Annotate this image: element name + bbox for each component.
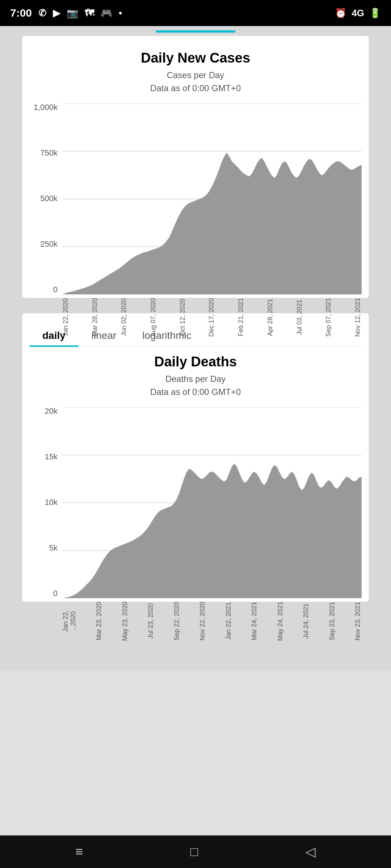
youtube-icon: ▶ <box>53 8 60 19</box>
camera-icon: 📷 <box>67 8 78 19</box>
status-left: 7:00 ✆ ▶ 📷 🗺 🎮 • <box>10 7 122 19</box>
chart2-area: 20k 15k 10k 5k 0 <box>29 407 362 574</box>
chart1-area: 1,000k 750k 500k 250k 0 <box>29 103 362 270</box>
chart2-svg <box>62 407 362 598</box>
y1-label-0: 1,000k <box>34 103 58 111</box>
x1-label-7: Apr 28, 2021 <box>266 297 274 337</box>
chart1-y-axis: 1,000k 750k 500k 250k 0 <box>29 103 62 294</box>
chart1-inner: 1,000k 750k 500k 250k 0 <box>29 103 362 294</box>
x2-label-6: Jan 22, 2021 <box>225 601 232 641</box>
status-bar: 7:00 ✆ ▶ 📷 🗺 🎮 • ⏰ 4G 🔋 <box>0 0 391 26</box>
page-content: Daily New Cases Cases per Day Data as of… <box>0 26 391 671</box>
x2-label-11: Nov 23, 2021 <box>354 601 362 641</box>
y2-label-2: 10k <box>45 498 58 506</box>
signal-icon: 4G <box>352 8 364 19</box>
chart1-svg <box>62 103 362 294</box>
x1-label-8: Jul 03, 2021 <box>296 297 303 337</box>
tab-logarithmic[interactable]: logarithmic <box>129 324 204 346</box>
x2-label-8: May 24, 2021 <box>277 601 284 641</box>
battery-icon: 🔋 <box>369 8 381 19</box>
y2-label-1: 15k <box>45 453 58 461</box>
status-time: 7:00 <box>10 7 32 19</box>
y1-label-4: 0 <box>53 286 58 294</box>
dot-indicator: • <box>119 8 122 19</box>
svg-marker-11 <box>62 464 362 599</box>
status-right: ⏰ 4G 🔋 <box>335 8 381 19</box>
tab-linear[interactable]: linear <box>79 324 129 346</box>
chart1-subtitle: Cases per Day Data as of 0:00 GMT+0 <box>29 69 362 95</box>
chart2-plot <box>62 407 362 598</box>
chart2-x-axis: Jan 22, ...2020 Mar 23, 2020 May 23, 202… <box>29 598 362 641</box>
x2-label-4: Sep 22, 2020 <box>173 601 181 641</box>
x1-label-5: Dec 17, 2020 <box>208 297 215 337</box>
menu-button[interactable]: ≡ <box>75 844 83 859</box>
chart2-inner: 20k 15k 10k 5k 0 <box>29 407 362 598</box>
x2-label-7: Mar 24, 2021 <box>251 601 258 641</box>
call-icon: ✆ <box>38 8 46 19</box>
x1-label-6: Feb 21, 2021 <box>237 297 245 337</box>
chart1-plot <box>62 103 362 294</box>
svg-marker-5 <box>62 153 362 294</box>
y2-label-0: 20k <box>45 407 58 415</box>
x2-label-2: May 23, 2020 <box>121 601 129 641</box>
x2-label-9: Jul 24, 2021 <box>302 601 310 641</box>
x2-label-0: Jan 22, ...2020 <box>62 601 77 641</box>
card-daily-new-cases: Daily New Cases Cases per Day Data as of… <box>22 35 369 298</box>
x2-label-5: Nov 22, 2020 <box>199 601 206 641</box>
x1-label-10: Nov 12, 2021 <box>354 297 362 337</box>
app-icon-2: 🎮 <box>101 8 112 19</box>
y2-label-3: 5k <box>49 544 58 552</box>
app-icon-1: 🗺 <box>85 8 94 19</box>
x2-label-10: Sep 23, 2021 <box>328 601 336 641</box>
y2-label-4: 0 <box>53 590 58 597</box>
back-button[interactable]: ◁ <box>306 844 316 859</box>
y1-label-3: 250k <box>40 240 58 248</box>
y1-label-1: 750k <box>40 149 58 157</box>
tab-daily[interactable]: daily <box>29 324 79 346</box>
chart1-title: Daily New Cases <box>29 50 362 66</box>
y1-label-2: 500k <box>40 195 58 203</box>
chart2-title: Daily Deaths <box>29 354 362 370</box>
home-button[interactable]: □ <box>190 844 198 859</box>
x2-label-1: Mar 23, 2020 <box>95 601 103 641</box>
x2-label-3: Jul 23, 2020 <box>147 601 155 641</box>
card-daily-deaths: daily linear logarithmic Daily Deaths De… <box>22 313 369 602</box>
chart2-subtitle: Deaths per Day Data as of 0:00 GMT+0 <box>29 373 362 399</box>
nav-bar: ≡ □ ◁ <box>0 835 391 868</box>
chart2-y-axis: 20k 15k 10k 5k 0 <box>29 407 62 598</box>
top-indicator <box>156 30 235 33</box>
x1-label-9: Sep 07, 2021 <box>325 297 332 337</box>
alarm-icon: ⏰ <box>335 8 346 19</box>
